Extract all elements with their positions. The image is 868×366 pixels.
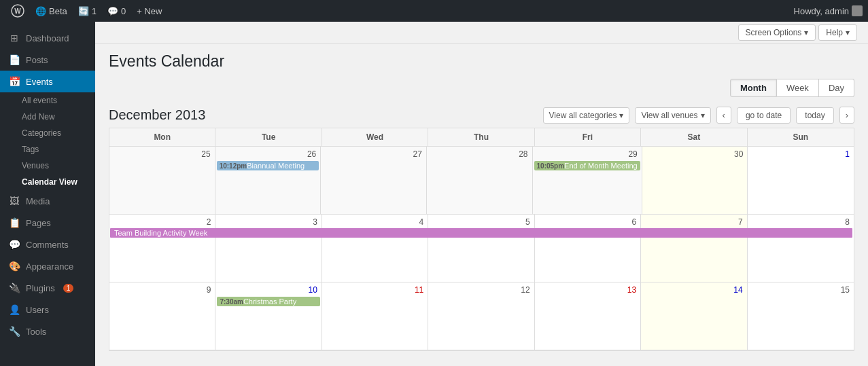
sidebar-sub-tags[interactable]: Tags [22, 141, 95, 158]
day-num: 5 [430, 216, 532, 228]
sidebar-item-label: Comments [26, 240, 69, 250]
sidebar-item-media[interactable]: 🖼 Media [0, 190, 95, 212]
plugins-icon: 🔌 [8, 282, 20, 293]
view-week-button[interactable]: Week [777, 79, 819, 97]
view-day-button[interactable]: Day [819, 79, 854, 97]
day-dec-15[interactable]: 15 [748, 282, 854, 350]
day-num: 30 [644, 148, 746, 160]
sidebar-sub-all-events[interactable]: All events [22, 92, 95, 109]
sidebar-item-label: Plugins [26, 283, 55, 293]
filter-venues-label: View all venues [641, 111, 697, 120]
event-end-of-month-meeting[interactable]: 10:05pmEnd of Month Meeting [534, 161, 640, 170]
day-num: 11 [324, 284, 426, 296]
sidebar-item-posts[interactable]: 📄 Posts [0, 49, 95, 71]
week-row-3: 9 10 7:30amChristmas Party 11 12 13 14 1… [109, 282, 854, 350]
filter-categories-arrow: ▾ [619, 111, 623, 120]
updates-item[interactable]: 🔄 1 [73, 0, 102, 22]
sidebar-item-events[interactable]: 📅 Events [0, 71, 95, 92]
comments-icon: 💬 [107, 6, 118, 16]
sidebar-item-appearance[interactable]: 🎨 Appearance [0, 255, 95, 277]
sidebar-item-label: Dashboard [26, 33, 69, 43]
view-month-button[interactable]: Month [730, 79, 777, 97]
day-dec-11[interactable]: 11 [322, 282, 428, 350]
day-dec-13[interactable]: 13 [535, 282, 641, 350]
sidebar-item-label: Tools [26, 327, 46, 337]
site-icon: 🌐 [35, 6, 46, 16]
day-num: 12 [430, 284, 532, 296]
day-num: 10 [217, 284, 319, 296]
header-fri: Fri [535, 128, 641, 146]
sidebar-item-users[interactable]: 👤 Users [0, 299, 95, 321]
users-icon: 👤 [8, 304, 20, 315]
tools-icon: 🔧 [8, 326, 20, 337]
comments-nav-icon: 💬 [8, 239, 20, 250]
filter-categories[interactable]: View all categories ▾ [543, 107, 630, 124]
sidebar-item-label: Posts [26, 55, 48, 65]
day-nov-30[interactable]: 30 [642, 147, 748, 215]
day-dec-8[interactable]: 8 [748, 215, 854, 282]
week-row-2: 2 3 4 5 6 7 8 Team Building Activity Wee… [109, 215, 854, 282]
day-dec-1[interactable]: 1 [748, 147, 854, 215]
day-dec-4[interactable]: 4 [322, 215, 428, 282]
next-nav-button[interactable]: › [839, 107, 854, 124]
day-nov-28[interactable]: 28 [427, 147, 533, 215]
sidebar-sub-venues[interactable]: Venues [22, 158, 95, 174]
day-nov-25[interactable]: 25 [109, 147, 215, 215]
day-num: 13 [536, 284, 639, 296]
sidebar-sub-add-new[interactable]: Add New [22, 109, 95, 125]
appearance-icon: 🎨 [8, 261, 20, 272]
event-biannual-meeting[interactable]: 10:12pmBiannual Meeting [217, 161, 319, 170]
screen-options-button[interactable]: Screen Options ▾ [738, 24, 816, 41]
filter-venues[interactable]: View all venues ▾ [635, 107, 710, 124]
day-num: 6 [536, 216, 639, 228]
posts-icon: 📄 [8, 54, 20, 65]
wp-logo-item[interactable]: W [5, 0, 30, 22]
page-header: Events Calendar [95, 44, 868, 76]
comments-count: 0 [121, 6, 126, 16]
sidebar-item-label: Events [26, 77, 53, 87]
day-num: 25 [111, 148, 213, 160]
help-button[interactable]: Help ▾ [818, 24, 857, 41]
week-row-1: 25 26 10:12pmBiannual Meeting 27 28 29 1… [109, 147, 854, 215]
day-nov-27[interactable]: 27 [321, 147, 427, 215]
sidebar-item-label: Users [26, 305, 49, 315]
comments-item[interactable]: 💬 0 [102, 0, 131, 22]
event-team-building[interactable]: Team Building Activity Week [110, 228, 852, 238]
day-num: 2 [111, 216, 213, 228]
wp-logo-icon: W [11, 4, 24, 18]
day-num: 8 [749, 216, 852, 228]
day-dec-3[interactable]: 3 [215, 215, 322, 282]
admin-user-area: Howdy, admin [794, 5, 863, 16]
sidebar-item-pages[interactable]: 📋 Pages [0, 212, 95, 234]
day-dec-12[interactable]: 12 [428, 282, 534, 350]
day-dec-6[interactable]: 6 [535, 215, 641, 282]
span-event-layer: Team Building Activity Week [109, 228, 854, 239]
header-sun: Sun [748, 128, 854, 146]
updates-icon: 🔄 [78, 6, 89, 16]
day-nov-26[interactable]: 26 10:12pmBiannual Meeting [215, 147, 322, 215]
day-dec-5[interactable]: 5 [428, 215, 534, 282]
today-button[interactable]: today [796, 107, 833, 124]
week-2-grid: 2 3 4 5 6 7 8 [109, 215, 854, 282]
sidebar-sub-categories[interactable]: Categories [22, 125, 95, 141]
day-dec-7[interactable]: 7 [641, 215, 747, 282]
filter-categories-label: View all categories [549, 111, 617, 120]
new-content-item[interactable]: + New [131, 0, 167, 22]
sidebar-item-comments[interactable]: 💬 Comments [0, 234, 95, 255]
event-christmas-party[interactable]: 7:30amChristmas Party [217, 297, 319, 306]
sidebar-item-plugins[interactable]: 🔌 Plugins 1 [0, 277, 95, 299]
sidebar-sub-calendar-view[interactable]: Calendar View [22, 174, 95, 190]
sidebar: ⊞ Dashboard 📄 Posts 📅 Events All events … [0, 22, 95, 366]
day-dec-10[interactable]: 10 7:30amChristmas Party [215, 282, 322, 350]
sidebar-item-dashboard[interactable]: ⊞ Dashboard [0, 27, 95, 49]
prev-nav-button[interactable]: ‹ [716, 107, 731, 124]
day-num: 7 [642, 216, 745, 228]
day-dec-14[interactable]: 14 [641, 282, 747, 350]
day-nov-29[interactable]: 29 10:05pmEnd of Month Meeting [533, 147, 642, 215]
site-name-item[interactable]: 🌐 Beta [30, 0, 73, 22]
day-dec-2[interactable]: 2 [109, 215, 215, 282]
goto-date-button[interactable]: go to date [737, 107, 791, 124]
screen-options-label: Screen Options [746, 28, 802, 37]
day-dec-9[interactable]: 9 [109, 282, 215, 350]
sidebar-item-tools[interactable]: 🔧 Tools [0, 321, 95, 342]
